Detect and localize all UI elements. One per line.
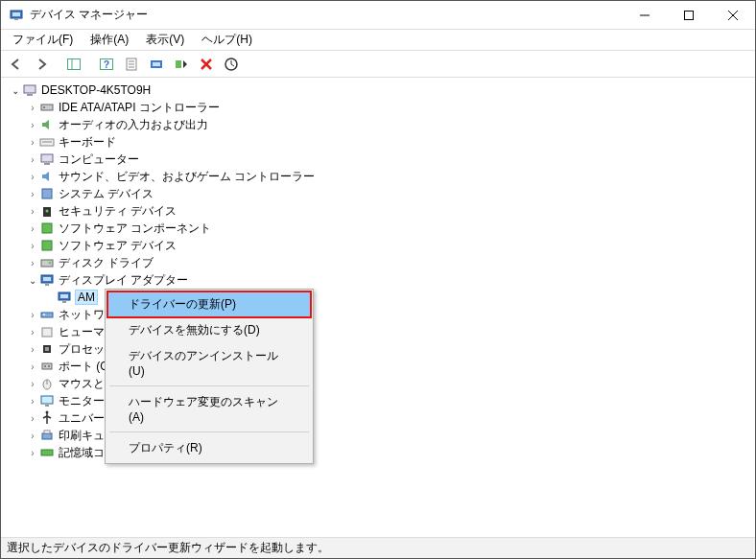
svg-point-54 [46,411,49,414]
monitor-icon [39,393,55,408]
svg-rect-44 [42,328,52,337]
svg-rect-53 [45,405,49,407]
svg-rect-52 [41,396,53,404]
security-icon [39,203,55,219]
svg-point-49 [48,365,50,367]
tree-item-label: DESKTOP-4K5TO9H [41,83,151,97]
uninstall-device-button[interactable] [195,53,218,76]
svg-rect-2 [14,18,18,20]
tree-item-label: コンピューター [59,151,139,168]
svg-rect-40 [60,294,68,298]
chevron-right-icon[interactable]: › [26,361,39,372]
chevron-right-icon[interactable]: › [26,327,39,338]
svg-point-24 [43,106,45,108]
ctx-separator [109,431,309,432]
maximize-button[interactable] [667,1,711,29]
ctx-disable-device[interactable]: デバイスを無効にする(D) [107,317,311,343]
device-tree[interactable]: ⌄DESKTOP-4K5TO9H›IDE ATA/ATAPI コントローラー›オ… [1,78,755,537]
tree-item[interactable]: ›コンピューター [3,151,753,168]
chevron-right-icon[interactable]: › [26,431,39,441]
ctx-update-driver[interactable]: ドライバーの更新(P) [107,291,311,317]
scan-hardware-button[interactable] [220,53,243,76]
disable-device-button[interactable] [170,53,193,76]
tree-item-label: AM [76,291,97,304]
chevron-right-icon[interactable]: › [26,258,39,268]
tree-item-label: システム デバイス [59,186,154,202]
svg-text:?: ? [104,59,109,70]
tree-item[interactable]: ›ソフトウェア コンポーネント [3,220,753,237]
chevron-right-icon[interactable]: › [26,154,39,165]
tree-item-label: モニター [59,393,105,409]
tree-item[interactable]: ›ディスク ドライブ [3,254,753,271]
svg-point-31 [46,210,49,213]
menu-help[interactable]: ヘルプ(H) [194,30,260,50]
chevron-right-icon[interactable]: › [26,344,39,355]
svg-rect-47 [42,363,52,369]
tree-item[interactable]: ›セキュリティ デバイス [3,202,753,220]
chevron-right-icon[interactable]: › [26,310,39,320]
chevron-right-icon[interactable]: › [26,448,39,458]
tree-item[interactable]: ›ソフトウェア デバイス [3,237,753,254]
tree-item-label: IDE ATA/ATAPI コントローラー [59,100,220,116]
chevron-right-icon[interactable]: › [26,413,39,424]
svg-rect-21 [24,85,35,93]
chevron-right-icon[interactable]: › [26,103,39,113]
sound-icon [39,169,55,184]
chevron-down-icon[interactable]: ⌄ [9,85,22,96]
chevron-right-icon[interactable]: › [26,206,39,217]
ctx-scan-hardware[interactable]: ハードウェア変更のスキャン(A) [107,389,311,429]
chevron-right-icon[interactable]: › [26,241,39,251]
menu-file[interactable]: ファイル(F) [5,30,81,50]
svg-rect-38 [45,284,49,286]
svg-rect-32 [42,223,52,233]
ctx-properties[interactable]: プロパティ(R) [107,435,311,461]
svg-rect-23 [41,105,53,110]
window-title: デバイス マネージャー [30,7,623,23]
chevron-right-icon[interactable]: › [26,172,39,182]
tree-item-label: プロセッ [59,341,105,358]
show-hide-console-tree-button[interactable] [62,53,85,76]
menu-view[interactable]: 表示(V) [138,30,192,50]
storage-icon [39,445,55,460]
svg-rect-56 [44,431,50,433]
help-button[interactable]: ? [95,53,118,76]
ctx-uninstall-device[interactable]: デバイスのアンインストール(U) [107,343,311,383]
context-menu: ドライバーの更新(P) デバイスを無効にする(D) デバイスのアンインストール(… [105,289,314,464]
tree-item[interactable]: ›キーボード [3,133,753,151]
update-driver-button[interactable] [145,53,168,76]
computer-icon [39,151,55,167]
svg-rect-41 [62,301,66,303]
software-icon [39,221,55,236]
menu-action[interactable]: 操作(A) [83,30,136,50]
printer-icon [39,428,55,443]
tree-item-label: ディスク ドライブ [59,255,154,271]
tree-item[interactable]: ›IDE ATA/ATAPI コントローラー [3,99,753,116]
chevron-right-icon[interactable]: › [26,223,39,234]
tree-item[interactable]: ⌄DESKTOP-4K5TO9H [3,82,753,99]
chevron-right-icon[interactable]: › [26,120,39,130]
tree-item[interactable]: ›オーディオの入力および出力 [3,116,753,133]
svg-rect-22 [27,94,33,96]
network-icon [39,307,55,322]
close-button[interactable] [711,1,755,29]
properties-button[interactable] [120,53,143,76]
forward-button[interactable] [30,53,53,76]
chevron-right-icon[interactable]: › [26,396,39,407]
back-button[interactable] [5,53,28,76]
tree-item[interactable]: ›サウンド、ビデオ、およびゲーム コントローラー [3,168,753,185]
menubar: ファイル(F) 操作(A) 表示(V) ヘルプ(H) [1,30,755,51]
chevron-right-icon[interactable]: › [26,379,39,389]
svg-rect-55 [42,433,52,439]
display-icon [57,290,72,305]
chevron-right-icon[interactable]: › [26,137,39,148]
svg-point-35 [49,262,52,265]
chevron-right-icon[interactable]: › [26,189,39,199]
minimize-button[interactable] [623,1,667,29]
computer-icon [22,82,37,98]
tree-item[interactable]: ⌄ディスプレイ アダプター [3,271,753,289]
chevron-down-icon[interactable]: ⌄ [26,275,39,286]
separator [55,53,60,76]
tree-item-label: ソフトウェア デバイス [59,238,177,254]
svg-point-43 [43,314,45,315]
tree-item[interactable]: ›システム デバイス [3,185,753,202]
